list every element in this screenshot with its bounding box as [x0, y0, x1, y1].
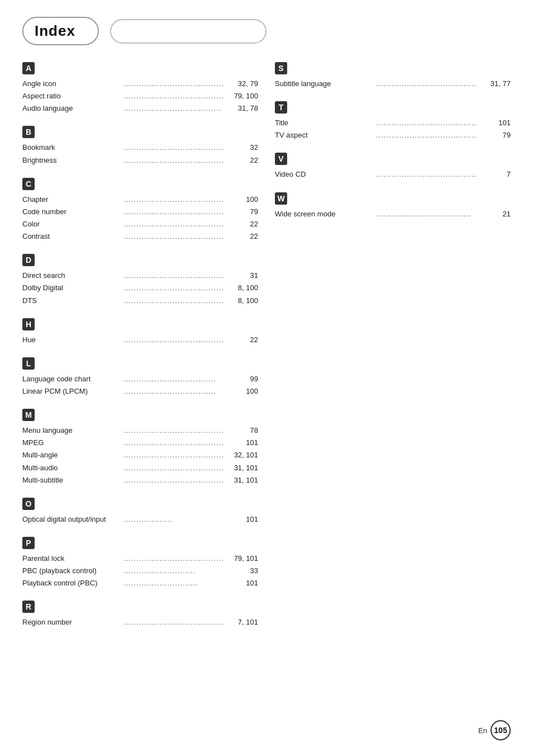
entry-name: Linear PCM (LPCM) [22, 386, 122, 397]
entry-page: 8, 100 [225, 282, 258, 294]
list-item: TV aspect...............................… [275, 129, 511, 141]
section-w: WWide screen mode.......................… [275, 192, 511, 220]
section-letter-w: W [275, 192, 287, 205]
entry-dots: ............................ [122, 565, 225, 577]
section-entries: Title...................................… [275, 117, 511, 141]
entry-dots: ........................................… [122, 282, 225, 294]
entry-page: 79, 100 [225, 91, 258, 102]
entry-page: 7, 101 [225, 617, 258, 628]
entry-page: 32, 79 [225, 78, 258, 89]
entry-name: Multi-audio [22, 462, 122, 474]
section-letter-v: V [275, 153, 287, 165]
section-letter-c: C [22, 178, 35, 190]
section-entries: Language code chart.....................… [22, 373, 258, 398]
section-t: TTitle..................................… [275, 101, 511, 141]
entry-dots: ........................................… [122, 617, 225, 628]
entry-name: Parental lock [22, 553, 122, 564]
section-a: AAngle icon.............................… [22, 62, 258, 115]
entry-page: 32 [225, 142, 258, 153]
entry-dots: ........................................… [122, 206, 225, 218]
entry-page: 7 [477, 169, 511, 180]
section-d: DDirect search..........................… [22, 254, 258, 306]
list-item: Playback control (PBC)..................… [22, 577, 258, 589]
section-entries: Menu language...........................… [22, 424, 258, 486]
page: Index AAngle icon.......................… [0, 0, 533, 756]
list-item: Contrast................................… [22, 230, 258, 243]
section-entries: Parental lock...........................… [22, 552, 258, 589]
entry-page: 22 [225, 334, 258, 346]
entry-dots: ........................................… [122, 475, 225, 486]
section-c: CChapter................................… [22, 178, 258, 243]
entry-dots: ........................................… [122, 231, 225, 242]
entry-name: MPEG [22, 437, 122, 448]
section-letter-d: D [22, 254, 35, 266]
entry-page: 101 [477, 117, 511, 129]
entry-name: Video CD [275, 169, 375, 180]
entry-page: 79, 101 [225, 553, 258, 564]
list-item: Video CD................................… [275, 168, 511, 181]
entry-name: PBC (playback control) [22, 565, 122, 577]
entry-dots: ...................................... [122, 103, 225, 114]
entry-name: Optical digital output/input [22, 514, 122, 525]
entry-page: 31, 101 [225, 462, 258, 474]
entry-dots: ........................................… [122, 78, 225, 89]
list-item: Chapter.................................… [22, 193, 258, 206]
entry-name: Code number [22, 206, 122, 218]
list-item: Menu language...........................… [22, 424, 258, 437]
section-entries: Hue.....................................… [22, 334, 258, 346]
entry-page: 79 [477, 130, 511, 141]
section-o: OOptical digital output/input...........… [22, 498, 258, 526]
entry-page: 22 [225, 219, 258, 230]
entry-dots: ........................................… [122, 270, 225, 281]
list-item: PBC (playback control)..................… [22, 565, 258, 577]
list-item: Hue.....................................… [22, 334, 258, 346]
entry-name: Audio language [22, 103, 122, 114]
section-letter-m: M [22, 409, 35, 421]
section-letter-a: A [22, 62, 35, 74]
entry-dots: ........................................… [122, 334, 225, 346]
entry-page: 22 [225, 155, 258, 166]
entry-name: Aspect ratio [22, 91, 122, 102]
section-entries: Direct search...........................… [22, 270, 258, 306]
entry-dots: ........................................… [122, 553, 225, 564]
entry-page: 31, 77 [477, 78, 511, 89]
page-number-area: En 105 [478, 720, 511, 740]
entry-page: 33 [225, 565, 258, 577]
entry-name: Angle icon [22, 78, 122, 89]
list-item: Code number.............................… [22, 206, 258, 218]
list-item: MPEG....................................… [22, 437, 258, 449]
entry-name: Wide screen mode [275, 209, 375, 220]
entry-dots: ........................................… [375, 169, 477, 180]
entry-name: Subtitle language [275, 78, 375, 89]
entry-dots: ........................................… [122, 194, 225, 205]
entry-page: 79 [225, 206, 258, 218]
section-m: MMenu language..........................… [22, 409, 258, 486]
entry-dots: ........................................… [122, 219, 225, 230]
entry-name: Direct search [22, 270, 122, 281]
section-s: SSubtitle language......................… [275, 62, 511, 90]
entry-page: 99 [225, 374, 258, 385]
entry-dots: ........................................… [122, 142, 225, 153]
section-l: LLanguage code chart....................… [22, 357, 258, 398]
list-item: Subtitle language.......................… [275, 78, 511, 90]
entry-name: Color [22, 219, 122, 230]
content-columns: AAngle icon.............................… [22, 62, 511, 640]
list-item: Title...................................… [275, 117, 511, 129]
list-item: Optical digital output/input............… [22, 513, 258, 526]
entry-page: 32, 101 [225, 450, 258, 461]
entry-name: Language code chart [22, 374, 122, 385]
section-entries: Video CD................................… [275, 168, 511, 181]
entry-page: 101 [225, 514, 258, 525]
section-letter-t: T [275, 101, 287, 114]
entry-dots: .................................... [122, 386, 225, 397]
entry-page: 22 [225, 231, 258, 242]
right-column: SSubtitle language......................… [275, 62, 511, 640]
left-column: AAngle icon.............................… [22, 62, 258, 640]
list-item: Direct search...........................… [22, 270, 258, 282]
list-item: Parental lock...........................… [22, 552, 258, 565]
entry-page: 101 [225, 578, 258, 589]
entry-dots: ........................................… [122, 295, 225, 306]
entry-dots: ........................................… [375, 117, 477, 129]
entry-name: Hue [22, 334, 122, 346]
title-box: Index [22, 17, 99, 45]
